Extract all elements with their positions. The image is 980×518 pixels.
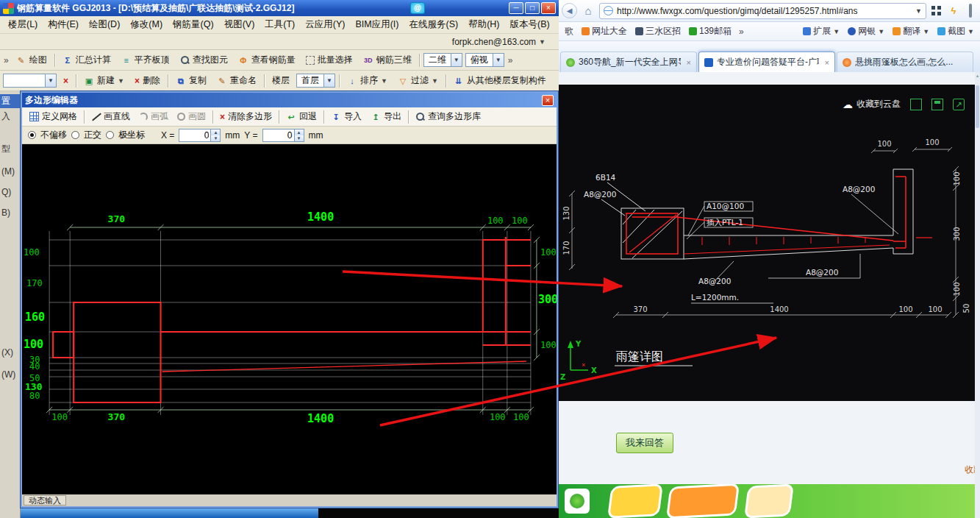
copy-button[interactable]: ⧉复制 — [171, 72, 212, 89]
scroll-up-icon[interactable]: ▲ — [975, 74, 980, 78]
menu-help[interactable]: 帮助(H) — [463, 17, 504, 32]
minimize-button[interactable]: ─ — [509, 2, 523, 14]
draw-circle-button[interactable]: 画圆 — [173, 108, 210, 125]
batch-select-button[interactable]: 批量选择 — [301, 52, 358, 68]
dynamic-input-button[interactable]: 动态输入 — [24, 495, 66, 505]
tab-360nav[interactable]: 360导航_新一代安全上网导航 × — [560, 52, 697, 72]
clear-polygon-button[interactable]: ×清除多边形 — [215, 108, 276, 125]
close-button[interactable]: × — [541, 2, 556, 14]
answer-button[interactable]: 我来回答 — [616, 433, 673, 453]
draw-line-button[interactable]: 画直线 — [87, 108, 135, 125]
menu-version[interactable]: 版本号(B) — [505, 17, 555, 32]
copy-from-other-floor-button[interactable]: ⇊从其他楼层复制构件 — [448, 72, 551, 89]
menu-cloud-app[interactable]: 云应用(Y) — [300, 17, 350, 32]
query-polygon-lib-button[interactable]: 查询多边形库 — [411, 108, 485, 125]
screenshot-button[interactable]: 截图▼ — [934, 24, 977, 38]
y-label: Y = — [244, 130, 257, 141]
menu-modify[interactable]: 修改(M) — [125, 17, 168, 32]
dialog-close-button[interactable]: × — [542, 95, 554, 106]
menu-draw[interactable]: 绘图(D) — [84, 17, 125, 32]
cloud-service-icon[interactable]: @ — [410, 2, 425, 14]
panel-fragment: (W) — [1, 369, 15, 380]
bookmark-139mail[interactable]: 139邮箱 — [686, 24, 734, 38]
menu-view[interactable]: 视图(V) — [219, 17, 260, 32]
dialog-toolbar: 定义网格 画直线 画弧 画圆 ×清除多边形 ↩回退 ↧导入 ↥导出 查询多边形库 — [22, 107, 557, 127]
ebank-button[interactable]: 网银▼ — [845, 24, 887, 38]
filter-button[interactable]: ▽过滤▼ — [393, 72, 443, 89]
clear-selection-button[interactable]: × — [58, 74, 74, 88]
app-titlebar[interactable]: 钢筋算量软件 GGJ2013 - [D:\预结算及抽筋\广联达抽筋\测试-2.G… — [0, 0, 559, 16]
undo-button[interactable]: ↩回退 — [282, 108, 321, 125]
axis-y-label: Y — [575, 340, 582, 348]
new-button[interactable]: ▣新建▼ — [79, 72, 129, 89]
fullscreen-icon[interactable] — [910, 99, 922, 110]
address-bar[interactable]: http://www.fwxgx.com/question/gimq/detai… — [599, 3, 926, 19]
menu-floor[interactable]: 楼层(L) — [3, 17, 43, 32]
back-button[interactable]: ◀ — [562, 3, 577, 18]
chevron-down-icon[interactable]: ▼ — [915, 7, 922, 15]
x-spinner[interactable]: ▲▼ — [210, 130, 220, 141]
menu-bim-app[interactable]: BIM应用(I) — [350, 17, 404, 32]
tab-close-icon[interactable]: × — [687, 58, 691, 67]
menu-rebar-qty[interactable]: 钢筋量(Q) — [168, 17, 219, 32]
summary-calc-button[interactable]: Σ汇总计算 — [57, 52, 116, 68]
element-select[interactable]: ▼ — [3, 74, 57, 88]
lightning-icon[interactable]: ϟ — [947, 4, 960, 18]
x-input[interactable] — [179, 130, 210, 141]
bookmark-fragment[interactable]: 歌 — [562, 24, 576, 38]
find-element-button[interactable]: 查找图元 — [175, 52, 233, 68]
polar-radio[interactable] — [106, 131, 114, 139]
rebar-3d-button[interactable]: 3D钢筋三维 — [358, 52, 417, 68]
view-mode-select[interactable]: 二维▼ — [423, 53, 462, 67]
bookmarks-overflow-chevron[interactable]: » — [737, 26, 746, 37]
export-button[interactable]: ↥导出 — [366, 108, 406, 125]
bookmark-wangzhi[interactable]: 网址大全 — [579, 24, 630, 38]
menu-component[interactable]: 构件(E) — [43, 17, 84, 32]
extensions-button[interactable]: 扩展▼ — [800, 24, 843, 38]
axis-z-label: Z — [560, 373, 565, 381]
import-button[interactable]: ↧导入 — [326, 108, 366, 125]
view-direction-select[interactable]: 俯视▼ — [465, 53, 504, 67]
align-slab-top-button[interactable]: ≡平齐板顶 — [116, 52, 175, 68]
x-input-wrap: ▲▼ — [179, 129, 221, 142]
delete-button[interactable]: ×删除 — [129, 72, 165, 89]
tab-qa-platform[interactable]: 专业造价问题答疑平台-广联达... × — [698, 52, 835, 72]
url-text[interactable]: http://www.fwxgx.com/question/gimq/detai… — [617, 6, 912, 16]
ad-banner[interactable] — [559, 484, 975, 518]
tab-close-icon[interactable]: × — [825, 58, 829, 67]
no-offset-radio[interactable] — [28, 131, 36, 139]
app-bottom-strip — [21, 508, 559, 518]
bookmark-sanshui[interactable]: 三水区招 — [632, 24, 684, 38]
draw-arc-button[interactable]: 画弧 — [135, 108, 173, 125]
menu-online-service[interactable]: 在线服务(S) — [404, 17, 463, 32]
save-to-cloud-button[interactable]: ☁ 收藏到云盘 — [843, 98, 901, 110]
draw-button[interactable]: ✎绘图 — [11, 52, 52, 68]
toolbar-overflow-right[interactable]: » — [506, 55, 515, 65]
account-email[interactable]: forpk.chen@163.com — [452, 37, 536, 47]
floor-select[interactable]: 首层▼ — [296, 74, 335, 88]
polygon-canvas[interactable]: 370 1400 100 100 100 370 1400 100 100 10… — [22, 144, 557, 494]
dialog-titlebar[interactable]: 多边形编辑器 × — [22, 93, 557, 107]
sort-button[interactable]: ↓排序▼ — [342, 72, 393, 89]
toolbar-overflow-left[interactable]: » — [1, 55, 11, 65]
rename-button[interactable]: ✎重命名 — [212, 72, 262, 89]
maximize-button[interactable]: □ — [525, 2, 540, 14]
scrollbar-thumb[interactable] — [976, 85, 979, 128]
translate-button[interactable]: 翻译▼ — [890, 24, 932, 38]
account-caret-icon[interactable]: ▼ — [539, 38, 546, 46]
share-icon[interactable]: ↗ — [953, 99, 965, 110]
phone-icon[interactable] — [964, 4, 977, 18]
page-scrollbar[interactable]: ▲ — [975, 72, 980, 518]
sort-icon: ↓ — [347, 76, 357, 86]
home-button[interactable]: ⌂ — [581, 4, 595, 18]
define-grid-button[interactable]: 定义网格 — [25, 108, 82, 125]
view-rebar-qty-button[interactable]: Φ查看钢筋量 — [233, 52, 301, 68]
menu-tools[interactable]: 工具(T) — [260, 17, 300, 32]
save-icon[interactable] — [931, 99, 943, 110]
y-input[interactable] — [263, 130, 294, 141]
tab-question[interactable]: 悬挑雨篷板怎么画,怎么... — [837, 52, 973, 72]
y-spinner[interactable]: ▲▼ — [294, 130, 304, 141]
question-image[interactable]: ☁ 收藏到云盘 ↗ — [559, 85, 975, 401]
ortho-radio[interactable] — [71, 131, 79, 139]
apps-icon[interactable] — [930, 4, 943, 18]
